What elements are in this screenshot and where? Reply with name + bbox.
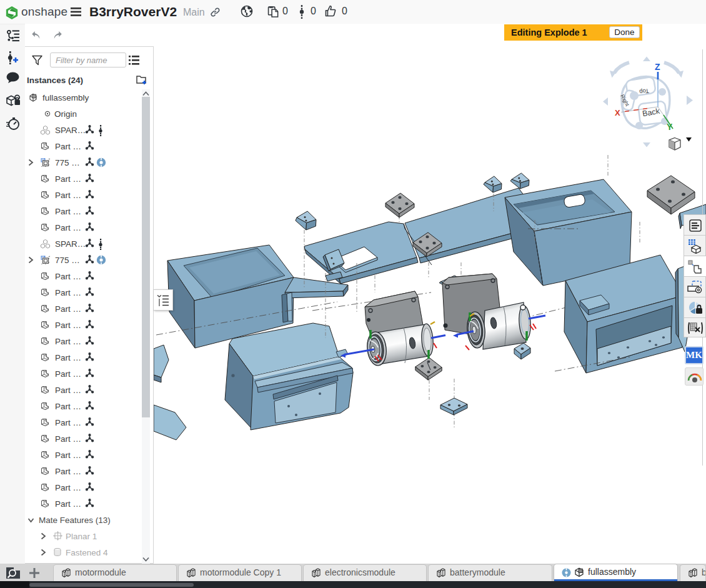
svg-text:Z: Z [655, 62, 660, 72]
svg-text:Y: Y [667, 122, 673, 132]
svg-text:X: X [615, 108, 620, 117]
svg-text:Top: Top [639, 87, 650, 96]
